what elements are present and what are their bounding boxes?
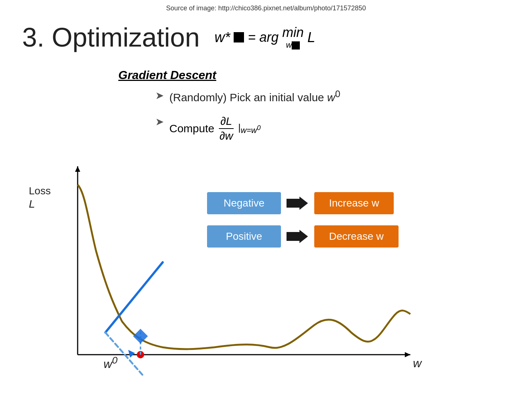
gradient-descent-title: Gradient Descent [118, 68, 216, 82]
loss-label: Loss L [29, 185, 51, 211]
bullet-item-1: ➤ (Randomly) Pick an initial value w0 [155, 89, 340, 104]
formula-equals: = arg [248, 30, 278, 45]
fraction-subscript: |w=w0 [238, 122, 261, 135]
bullet-section: ➤ (Randomly) Pick an initial value w0 ➤ … [155, 89, 340, 153]
fraction-numerator: ∂L [219, 115, 234, 129]
formula-L: L [308, 30, 315, 45]
bullet-item-2: ➤ Compute ∂L ∂w |w=w0 [155, 115, 340, 142]
formula-wstar: w* [214, 30, 230, 45]
black-square-1 [234, 32, 244, 42]
black-square-2 [292, 41, 300, 50]
svg-marker-3 [405, 352, 410, 357]
w-axis-label: w [413, 357, 421, 370]
w0-label: w0 [104, 355, 118, 371]
source-citation: Source of image: http://chico386.pixnet.… [0, 4, 532, 12]
compute-formula: Compute ∂L ∂w |w=w0 [169, 115, 261, 142]
bullet-text-1: (Randomly) Pick an initial value w0 [169, 89, 340, 104]
fraction-denominator: ∂w [218, 129, 235, 142]
optimization-formula: w* = arg min w L [214, 25, 315, 50]
title-section: 3. Optimization w* = arg min w L [22, 22, 315, 52]
bullet-arrow-1: ➤ [155, 89, 164, 102]
w0-italic: w0 [104, 357, 118, 371]
svg-marker-5 [75, 166, 80, 172]
bullet-arrow-2: ➤ [155, 116, 164, 128]
partial-fraction: ∂L ∂w [218, 115, 235, 142]
chart-area: Loss L w0 w [22, 155, 429, 384]
page-title: 3. Optimization [22, 22, 200, 52]
loss-text: Loss [29, 185, 51, 197]
formula-min: min w [282, 25, 304, 50]
chart-svg [48, 155, 418, 384]
compute-text: Compute [169, 122, 214, 135]
svg-line-6 [105, 262, 163, 332]
loss-italic: L [29, 198, 35, 210]
